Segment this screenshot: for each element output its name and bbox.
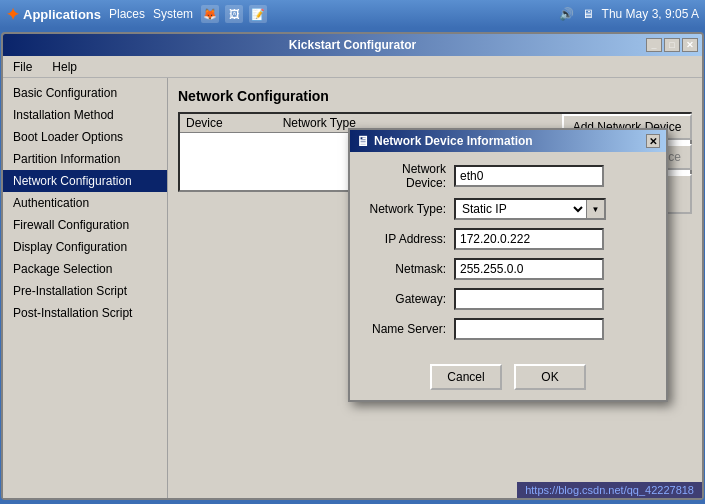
network-device-input[interactable]: [454, 165, 604, 187]
window-titlebar: Kickstart Configurator _ □ ✕: [3, 34, 702, 56]
sidebar-item-firewall-configuration[interactable]: Firewall Configuration: [3, 214, 167, 236]
modal-title-left: 🖥 Network Device Information: [356, 133, 533, 149]
places-nav[interactable]: Places: [109, 7, 145, 21]
taskbar-time: Thu May 3, 9:05 A: [602, 7, 699, 21]
network-icon[interactable]: 🖥: [582, 7, 594, 21]
maximize-button[interactable]: □: [664, 38, 680, 52]
taskbar-left: ✦ Applications Places System 🦊 🖼 📝: [6, 5, 267, 24]
modal-footer: Cancel OK: [350, 358, 666, 400]
sidebar-item-basic-configuration[interactable]: Basic Configuration: [3, 82, 167, 104]
sidebar-item-partition-information[interactable]: Partition Information: [3, 148, 167, 170]
photo-icon[interactable]: 🖼: [225, 5, 243, 23]
window-controls[interactable]: _ □ ✕: [646, 38, 698, 52]
file-menu[interactable]: File: [9, 58, 36, 76]
netmask-input[interactable]: [454, 258, 604, 280]
page-title: Network Configuration: [178, 88, 692, 104]
content-area: Network Configuration Device Network Typ…: [168, 78, 702, 498]
system-nav[interactable]: System: [153, 7, 193, 21]
col-device: Device: [186, 116, 223, 130]
modal-net-icon: 🖥: [356, 133, 370, 149]
network-device-info-modal: 🖥 Network Device Information ✕ Network D…: [348, 128, 668, 402]
minimize-button[interactable]: _: [646, 38, 662, 52]
sidebar-item-post-installation-script[interactable]: Post-Installation Script: [3, 302, 167, 324]
ip-address-label: IP Address:: [364, 232, 454, 246]
sidebar-item-installation-method[interactable]: Installation Method: [3, 104, 167, 126]
star-icon: ✦: [6, 5, 19, 24]
network-device-label: Network Device:: [364, 162, 454, 190]
sidebar-item-pre-installation-script[interactable]: Pre-Installation Script: [3, 280, 167, 302]
url-bar: https://blog.csdn.net/qq_42227818: [517, 482, 702, 498]
network-type-select[interactable]: Static IP DHCP BOOTP: [456, 201, 586, 217]
sidebar-item-boot-loader-options[interactable]: Boot Loader Options: [3, 126, 167, 148]
gateway-row: Gateway:: [364, 288, 652, 310]
network-device-row: Network Device:: [364, 162, 652, 190]
url-text: https://blog.csdn.net/qq_42227818: [525, 484, 694, 496]
network-type-select-wrapper[interactable]: Static IP DHCP BOOTP ▼: [454, 198, 606, 220]
col-network-type: Network Type: [283, 116, 356, 130]
main-area: Basic Configuration Installation Method …: [3, 78, 702, 498]
taskbar: ✦ Applications Places System 🦊 🖼 📝 🔊 🖥 T…: [0, 0, 705, 28]
window-title: Kickstart Configurator: [289, 38, 416, 52]
modal-close-button[interactable]: ✕: [646, 134, 660, 148]
netmask-label: Netmask:: [364, 262, 454, 276]
ok-button[interactable]: OK: [514, 364, 586, 390]
modal-title: Network Device Information: [374, 134, 533, 148]
taskbar-apps[interactable]: ✦ Applications: [6, 5, 101, 24]
network-type-label: Network Type:: [364, 202, 454, 216]
main-window: Kickstart Configurator _ □ ✕ File Help B…: [1, 32, 704, 500]
modal-body: Network Device: Network Type: Static IP …: [350, 152, 666, 358]
sidebar-item-network-configuration[interactable]: Network Configuration: [3, 170, 167, 192]
taskbar-right: 🔊 🖥 Thu May 3, 9:05 A: [559, 7, 699, 21]
sidebar-item-package-selection[interactable]: Package Selection: [3, 258, 167, 280]
volume-icon[interactable]: 🔊: [559, 7, 574, 21]
sidebar-item-display-configuration[interactable]: Display Configuration: [3, 236, 167, 258]
help-menu[interactable]: Help: [48, 58, 81, 76]
applications-label[interactable]: Applications: [23, 7, 101, 22]
edit-icon[interactable]: 📝: [249, 5, 267, 23]
firefox-icon[interactable]: 🦊: [201, 5, 219, 23]
modal-titlebar: 🖥 Network Device Information ✕: [350, 130, 666, 152]
gateway-input[interactable]: [454, 288, 604, 310]
sidebar-item-authentication[interactable]: Authentication: [3, 192, 167, 214]
ip-address-row: IP Address:: [364, 228, 652, 250]
taskbar-app-icons: 🦊 🖼 📝: [201, 5, 267, 23]
close-button[interactable]: ✕: [682, 38, 698, 52]
name-server-input[interactable]: [454, 318, 604, 340]
sidebar: Basic Configuration Installation Method …: [3, 78, 168, 498]
netmask-row: Netmask:: [364, 258, 652, 280]
network-type-row: Network Type: Static IP DHCP BOOTP ▼: [364, 198, 652, 220]
network-type-chevron-down-icon[interactable]: ▼: [586, 200, 604, 218]
window-menubar: File Help: [3, 56, 702, 78]
ip-address-input[interactable]: [454, 228, 604, 250]
name-server-label: Name Server:: [364, 322, 454, 336]
cancel-button[interactable]: Cancel: [430, 364, 502, 390]
gateway-label: Gateway:: [364, 292, 454, 306]
name-server-row: Name Server:: [364, 318, 652, 340]
